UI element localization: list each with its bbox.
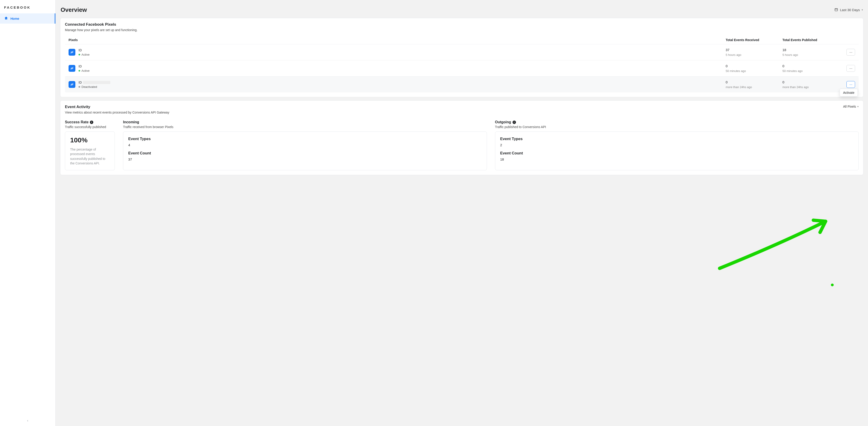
status-text: Active [82,53,89,56]
event-types-value: 4 [128,143,482,147]
col-pixels: Pixels [68,38,726,42]
col-published: Total Events Published [782,38,839,42]
received-value: 0 [726,80,782,84]
published-cell: 0 50 minutes ago [782,64,839,73]
published-ago: 50 minutes ago [782,69,839,73]
card-title: Connected Facebook Pixels [65,22,859,27]
metrics-row: Success Rate i Traffic successfully publ… [65,120,859,170]
received-ago: more than 24hs ago [726,85,782,89]
pixel-id-label: ID [79,49,82,52]
table-row: ID Active 0 50 minutes ago 0 [65,60,859,77]
pixel-status: Active [79,69,89,72]
more-icon: ⋯ [849,83,852,86]
page-header: Overview Last 30 Days ▾ [60,6,864,13]
pixel-status: Deactivated [79,85,110,89]
published-ago: more than 24hs ago [782,85,839,89]
chevron-down-icon: ▾ [862,8,863,11]
pixel-icon [68,81,75,88]
chevron-down-icon: ▾ [857,105,859,108]
pixel-filter-label: All Pixels [843,105,856,108]
event-types-label: Event Types [128,137,482,141]
received-ago: 50 minutes ago [726,69,782,73]
received-cell: 37 5 hours ago [726,48,782,57]
received-ago: 5 hours ago [726,53,782,57]
card-title: Event Activity [65,105,169,109]
published-ago: 5 hours ago [782,53,839,57]
success-percentage: 100% [70,136,110,144]
sidebar-item-home[interactable]: Home [0,13,55,24]
pixel-meta: ID Deactivated [79,81,110,89]
row-actions-button[interactable]: ⋯ [846,81,855,88]
pixel-status: Active [79,53,89,56]
pixel-id-label: ID [79,64,82,68]
pixel-cell: ID Active [68,64,726,72]
pixel-icon [68,49,75,56]
app-root: FACEBOOK Home Overview Last 30 Days ▾ Co… [0,0,868,426]
table-row: ID Deactivated 0 more than 24hs ago [65,77,859,92]
row-actions-button[interactable]: ⋯ [846,65,855,72]
status-text: Deactivated [82,85,97,89]
event-count-value: 37 [128,157,482,161]
metric-title-text: Outgoing [495,120,511,124]
pixels-table: Pixels Total Events Received Total Event… [65,36,859,92]
pixel-cell: ID Deactivated [68,81,726,89]
received-cell: 0 more than 24hs ago [726,80,782,89]
event-types-value: 2 [500,143,854,147]
row-actions-menu: Activate [840,89,858,96]
published-value: 18 [782,48,839,52]
sidebar-collapse-button[interactable] [26,419,29,423]
main-content: Overview Last 30 Days ▾ Connected Facebo… [56,0,868,426]
published-value: 0 [782,64,839,68]
pixel-filter-dropdown[interactable]: All Pixels ▾ [843,105,859,108]
received-value: 0 [726,64,782,68]
published-cell: 18 5 hours ago [782,48,839,57]
brand-logo: FACEBOOK [0,0,55,13]
metric-title-text: Success Rate [65,120,89,124]
success-rate-block: Success Rate i Traffic successfully publ… [65,120,115,170]
pixel-meta: ID Active [79,64,89,72]
received-value: 37 [726,48,782,52]
status-dot-icon [79,54,80,55]
pixel-icon [68,65,75,72]
table-row: ID Active 37 5 hours ago 18 [65,44,859,60]
connected-pixels-card: Connected Facebook Pixels Manage how you… [60,18,864,97]
success-card: 100% The percentage of processed events … [65,131,115,170]
svg-rect-0 [835,8,838,11]
info-icon[interactable]: i [90,121,93,124]
incoming-card: Event Types 4 Event Count 37 [123,131,487,170]
pixel-id: ID [79,81,110,84]
success-description: The percentage of processed events succe… [70,147,110,165]
incoming-block: Incoming Traffic received from browser P… [123,120,487,170]
pixel-id: ID [79,49,89,52]
received-cell: 0 50 minutes ago [726,64,782,73]
sidebar: FACEBOOK Home [0,0,56,426]
metric-title: Incoming [123,120,487,124]
calendar-icon [834,8,838,12]
info-icon[interactable]: i [513,121,516,124]
activate-menu-item[interactable]: Activate [843,91,855,94]
metric-subtitle: Traffic published to Conversions API [495,125,859,129]
pixel-id-label: ID [79,81,82,84]
date-range-label: Last 30 Days [840,8,860,12]
event-types-label: Event Types [500,137,854,141]
status-dot-icon [79,70,80,71]
metric-subtitle: Traffic received from browser Pixels [123,125,487,129]
status-dot-icon [79,86,80,88]
pixel-meta: ID Active [79,49,89,56]
redacted-id [83,81,110,84]
event-activity-card: Event Activity View metrics about recent… [60,100,864,175]
date-range-picker[interactable]: Last 30 Days ▾ [834,8,863,12]
outgoing-block: Outgoing i Traffic published to Conversi… [495,120,859,170]
metric-title: Outgoing i [495,120,859,124]
row-actions-button[interactable]: ⋯ [846,49,855,56]
more-icon: ⋯ [849,51,852,54]
event-count-value: 18 [500,157,854,161]
more-icon: ⋯ [849,67,852,70]
sidebar-item-label: Home [10,17,19,21]
event-count-label: Event Count [500,151,854,156]
outgoing-card: Event Types 2 Event Count 18 [495,131,859,170]
table-header: Pixels Total Events Received Total Event… [65,36,859,44]
card-subtitle: Manage how your pixels are set up and fu… [65,28,859,32]
page-title: Overview [61,6,87,13]
card-subtitle: View metrics about recent events process… [65,111,169,114]
